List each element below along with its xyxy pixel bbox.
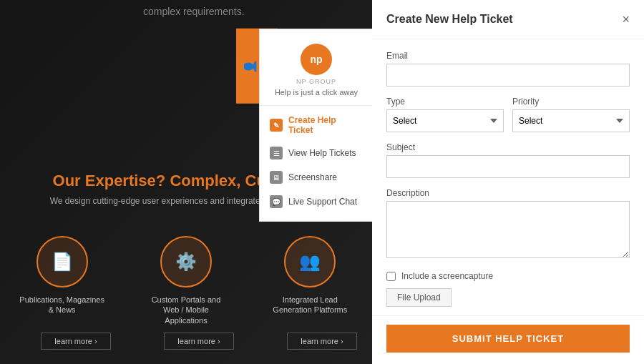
portals-label: Custom Portals and Web / Mobile Applicat… <box>143 295 229 325</box>
help-menu: np NP GROUP Help is just a click away ✎ … <box>259 29 374 222</box>
icon-row: 📄 Publications, Magazines & News ⚙️ Cust… <box>0 236 372 325</box>
submit-ticket-button[interactable]: SUBMIT HELP TICKET <box>386 325 630 353</box>
bg-top-text: complex requirements. <box>143 0 245 17</box>
subject-group: Subject <box>386 142 630 178</box>
portals-icon: ⚙️ <box>160 236 212 287</box>
priority-label: Priority <box>512 97 630 107</box>
modal-body: Email Type Select Bug Feature Request Qu… <box>372 39 644 315</box>
learn-more-btn-2[interactable]: learn more › <box>164 333 233 350</box>
icon-item-publications: 📄 Publications, Magazines & News <box>19 236 105 315</box>
icon-item-portals: ⚙️ Custom Portals and Web / Mobile Appli… <box>143 236 229 325</box>
lead-icon: 👥 <box>284 236 336 287</box>
menu-item-create-label: Create Help Ticket <box>288 115 363 135</box>
modal-close-button[interactable]: × <box>622 13 630 26</box>
type-group: Type Select Bug Feature Request Question… <box>386 97 504 132</box>
view-tickets-icon: ☰ <box>270 147 283 159</box>
menu-item-screenshare[interactable]: 🖥 Screenshare <box>260 165 373 190</box>
menu-item-chat[interactable]: 💬 Live Support Chat <box>260 190 373 214</box>
menu-item-view[interactable]: ☰ View Help Tickets <box>260 141 373 165</box>
subject-input[interactable] <box>386 155 630 178</box>
priority-group: Priority Select Low Medium High Critical <box>512 97 630 132</box>
learn-more-btn-3[interactable]: learn more › <box>287 333 356 350</box>
learn-more-btn-1[interactable]: learn more › <box>41 333 110 350</box>
modal-header: Create New Help Ticket × <box>372 0 644 39</box>
email-input[interactable] <box>386 64 630 87</box>
icon-item-lead: 👥 Integrated Lead Generation Platforms <box>267 236 353 315</box>
type-select[interactable]: Select Bug Feature Request Question Othe… <box>386 109 504 132</box>
screencapture-checkbox[interactable] <box>386 272 396 281</box>
modal-footer: SUBMIT HELP TICKET <box>372 315 644 364</box>
email-label: Email <box>386 51 630 61</box>
file-upload-button[interactable]: File Upload <box>386 288 452 307</box>
np-group-text: NP GROUP <box>296 78 336 85</box>
type-priority-row: Type Select Bug Feature Request Question… <box>386 97 630 142</box>
menu-item-chat-label: Live Support Chat <box>288 197 357 207</box>
screencapture-row: Include a screencapture <box>386 271 630 281</box>
screencapture-label: Include a screencapture <box>401 271 493 281</box>
description-textarea[interactable] <box>386 201 630 258</box>
modal-title: Create New Help Ticket <box>386 13 513 26</box>
type-label: Type <box>386 97 504 107</box>
create-ticket-modal: Create New Help Ticket × Email Type Sele… <box>372 0 644 364</box>
lead-label: Integrated Lead Generation Platforms <box>267 295 353 315</box>
screenshare-icon: 🖥 <box>270 171 283 184</box>
menu-item-create[interactable]: ✎ Create Help Ticket <box>260 109 373 141</box>
subject-label: Subject <box>386 142 630 152</box>
user-icon: 👤 <box>243 58 257 74</box>
publications-label: Publications, Magazines & News <box>19 295 105 315</box>
publications-icon: 📄 <box>36 236 88 287</box>
help-menu-header: np NP GROUP Help is just a click away <box>260 36 373 106</box>
email-group: Email <box>386 51 630 87</box>
menu-item-view-label: View Help Tickets <box>288 148 356 158</box>
description-group: Description <box>386 188 630 261</box>
menu-item-screenshare-label: Screenshare <box>288 172 337 182</box>
create-ticket-icon: ✎ <box>270 119 283 132</box>
chat-icon: 💬 <box>270 195 283 208</box>
help-tagline: Help is just a click away <box>275 88 358 97</box>
description-label: Description <box>386 188 630 198</box>
np-logo: np <box>301 44 332 75</box>
priority-select[interactable]: Select Low Medium High Critical <box>512 109 630 132</box>
